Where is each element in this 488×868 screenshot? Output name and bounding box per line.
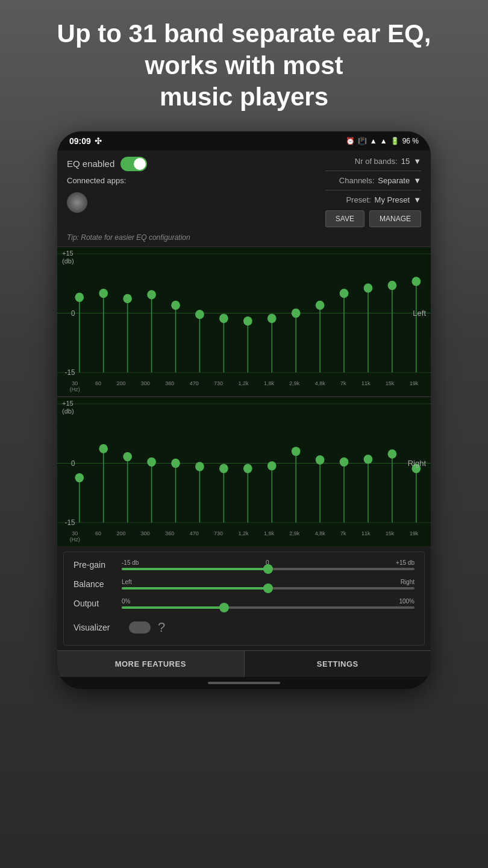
eq-right-freq-labels: 30(Hz) 60 200 300 360 470 730 1,2k 1,8k … bbox=[57, 529, 431, 547]
channels-arrow: ▼ bbox=[413, 176, 421, 185]
eq-right-db-label: +15(db) bbox=[62, 400, 74, 415]
output-max: 100% bbox=[399, 598, 414, 605]
pregain-fill bbox=[122, 568, 268, 570]
channels-row[interactable]: Channels: Separate ▼ bbox=[325, 176, 421, 185]
svg-point-13 bbox=[171, 300, 180, 309]
svg-point-5 bbox=[75, 292, 84, 301]
output-fill bbox=[122, 606, 224, 609]
svg-point-65 bbox=[364, 454, 373, 464]
svg-point-27 bbox=[340, 288, 349, 297]
svg-point-59 bbox=[292, 447, 301, 456]
eq-right-side-label: Right bbox=[408, 459, 426, 468]
output-row: Output 0% 100% bbox=[74, 598, 414, 609]
preset-value: My Preset bbox=[375, 195, 410, 204]
eq-left-side-label: Left bbox=[413, 309, 426, 318]
status-bar: 09:09 ✣ ⏰ 📳 ▲ ▲ 🔋 96 % bbox=[57, 131, 431, 151]
svg-text:-15: -15 bbox=[65, 368, 75, 377]
headline-text2: works with most bbox=[145, 51, 343, 80]
output-min: 0% bbox=[122, 598, 130, 605]
svg-point-29 bbox=[364, 283, 373, 292]
status-icons: ⏰ 📳 ▲ ▲ 🔋 96 % bbox=[346, 137, 419, 145]
manage-button[interactable]: MANAGE bbox=[369, 210, 421, 227]
save-manage-row: SAVE MANAGE bbox=[325, 210, 421, 227]
svg-text:-15: -15 bbox=[65, 518, 75, 527]
svg-point-67 bbox=[388, 449, 397, 458]
balance-container: Left Right bbox=[122, 579, 414, 590]
output-scale: 0% 100% bbox=[122, 598, 414, 605]
eq-toggle-row: EQ enabled bbox=[67, 157, 147, 171]
balance-left: Left bbox=[122, 579, 132, 585]
balance-row: Balance Left Right bbox=[74, 579, 414, 590]
output-track[interactable] bbox=[122, 606, 414, 609]
eq-chart-right: +15(db) Right bbox=[57, 397, 431, 529]
signal-icon: ▲ bbox=[380, 137, 387, 145]
headline-text: Up to 31 band separate ear EQ, bbox=[57, 19, 431, 48]
output-container: 0% 100% bbox=[122, 598, 414, 609]
svg-point-41 bbox=[75, 473, 84, 482]
eq-left-db-label: +15(db) bbox=[62, 250, 74, 265]
svg-point-7 bbox=[99, 288, 108, 297]
pregain-row: Pre-gain -15 db 0 +15 db bbox=[74, 559, 414, 570]
svg-point-47 bbox=[147, 457, 156, 466]
svg-point-17 bbox=[219, 313, 228, 322]
nr-bands-value: 15 bbox=[401, 157, 410, 166]
eq-label: EQ enabled bbox=[67, 159, 114, 169]
pregain-container: -15 db 0 +15 db bbox=[122, 559, 414, 570]
svg-text:0: 0 bbox=[71, 459, 75, 467]
battery-pct: 96 % bbox=[402, 137, 419, 145]
svg-point-57 bbox=[267, 461, 277, 470]
balance-thumb[interactable] bbox=[263, 583, 273, 593]
preset-row[interactable]: Preset: My Preset ▼ bbox=[325, 195, 421, 204]
balance-fill bbox=[122, 587, 268, 590]
eq-left-freq-labels: 30(Hz) 60 200 300 360 470 730 1,2k 1,8k … bbox=[57, 379, 431, 397]
svg-point-55 bbox=[243, 464, 252, 473]
svg-point-25 bbox=[316, 300, 325, 309]
svg-point-63 bbox=[340, 457, 349, 466]
eq-toggle[interactable] bbox=[120, 157, 147, 171]
visualizer-toggle[interactable] bbox=[129, 621, 151, 634]
visualizer-row: Visualizer ? bbox=[74, 617, 414, 638]
svg-point-9 bbox=[123, 294, 132, 303]
svg-point-49 bbox=[171, 458, 180, 467]
divider2 bbox=[325, 190, 421, 190]
app-content: EQ enabled Connected apps: Nr of bands: … bbox=[57, 151, 431, 677]
save-button[interactable]: SAVE bbox=[325, 210, 364, 227]
vibrate-icon: 📳 bbox=[358, 137, 367, 145]
channels-value: Separate bbox=[378, 176, 410, 185]
svg-point-51 bbox=[195, 462, 204, 471]
more-features-button[interactable]: MORE FEATURES bbox=[57, 651, 245, 677]
channels-label: Channels: bbox=[339, 176, 375, 185]
home-indicator bbox=[57, 677, 431, 689]
eq-chart-left: +15(db) Left bbox=[57, 247, 431, 379]
pregain-max: +15 db bbox=[396, 559, 414, 566]
nr-bands-label: Nr of bands: bbox=[355, 157, 398, 166]
alarm-icon: ⏰ bbox=[346, 137, 355, 145]
connected-apps-icon bbox=[67, 192, 87, 213]
svg-point-11 bbox=[147, 290, 156, 299]
svg-point-19 bbox=[243, 316, 252, 325]
nr-bands-row[interactable]: Nr of bands: 15 ▼ bbox=[325, 157, 421, 166]
svg-text:0: 0 bbox=[71, 309, 75, 317]
divider1 bbox=[325, 171, 421, 171]
sliders-section: Pre-gain -15 db 0 +15 db Balance bbox=[63, 552, 425, 646]
pregain-label: Pre-gain bbox=[74, 560, 122, 570]
svg-point-31 bbox=[388, 280, 397, 289]
right-controls: Nr of bands: 15 ▼ Channels: Separate ▼ P… bbox=[325, 157, 421, 227]
settings-button[interactable]: SETTINGS bbox=[245, 651, 431, 677]
balance-track[interactable] bbox=[122, 587, 414, 590]
svg-point-53 bbox=[219, 464, 228, 473]
svg-point-61 bbox=[316, 455, 325, 464]
svg-point-23 bbox=[292, 308, 301, 317]
pregain-thumb[interactable] bbox=[263, 564, 273, 574]
phone-mockup: 09:09 ✣ ⏰ 📳 ▲ ▲ 🔋 96 % EQ enabled Connec… bbox=[57, 131, 431, 689]
connected-apps-label: Connected apps: bbox=[67, 176, 147, 185]
viz-question-icon: ? bbox=[158, 620, 165, 635]
eq-left-svg: 0 -15 bbox=[57, 247, 431, 379]
headline-text3: music players bbox=[160, 83, 328, 111]
output-thumb[interactable] bbox=[219, 603, 229, 612]
pregain-track[interactable] bbox=[122, 568, 414, 570]
preset-arrow: ▼ bbox=[413, 195, 421, 204]
balance-right: Right bbox=[401, 579, 414, 585]
battery-icon: 🔋 bbox=[390, 137, 399, 145]
output-label: Output bbox=[74, 599, 122, 608]
